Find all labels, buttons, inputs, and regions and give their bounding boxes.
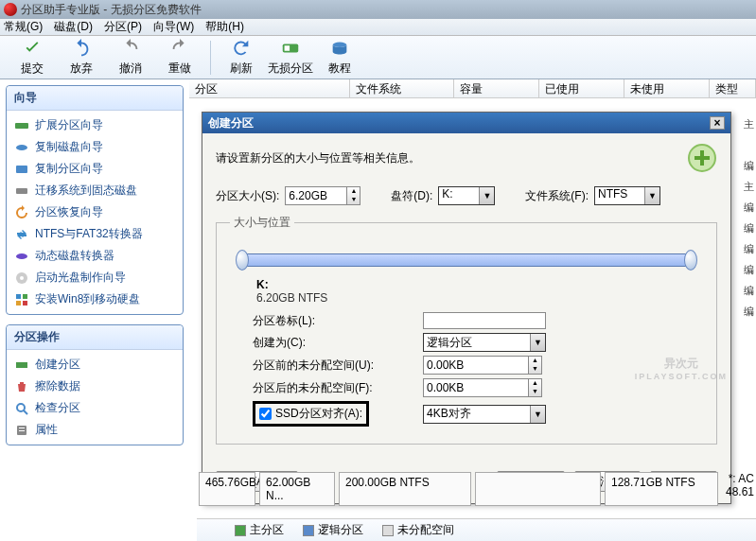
col-type[interactable]: 类型: [710, 79, 756, 97]
copy-part-icon: [14, 162, 29, 177]
disk-seg-ext2: 48.61: [722, 485, 754, 498]
cd-icon: [14, 270, 29, 286]
group-legend: 大小与位置: [230, 215, 294, 231]
tb-commit[interactable]: 提交: [8, 38, 57, 77]
dialog-titlebar[interactable]: 创建分区 ×: [202, 113, 730, 133]
col-free[interactable]: 未使用: [624, 79, 710, 97]
slider-handle-right[interactable]: [684, 250, 697, 270]
wizard-item-recover[interactable]: 分区恢复向导: [9, 201, 181, 223]
size-slider[interactable]: [241, 246, 692, 274]
partition-icon: [280, 38, 301, 59]
tb-redo[interactable]: 重做: [155, 38, 204, 77]
label-l: 分区卷标(L):: [253, 313, 423, 329]
wizard-item-boot[interactable]: 启动光盘制作向导: [9, 267, 181, 288]
menu-help[interactable]: 帮助(H): [205, 19, 244, 35]
op-wipe[interactable]: 擦除数据: [9, 375, 181, 397]
ssd-checkbox[interactable]: [259, 408, 272, 420]
chevron-down-icon: ▼: [644, 187, 659, 204]
wipe-icon: [14, 379, 29, 394]
legend-logical: 逻辑分区: [303, 522, 363, 538]
window-titlebar: 分区助手专业版 - 无损分区免费软件: [0, 0, 756, 19]
toolbar-sep: [210, 41, 211, 75]
wizard-panel-title: 向导: [7, 86, 183, 111]
redo-icon: [169, 38, 190, 59]
close-icon[interactable]: ×: [710, 116, 725, 130]
svg-rect-5: [16, 166, 27, 173]
disk-icon: [329, 38, 350, 59]
col-cap[interactable]: 容量: [454, 79, 539, 97]
slider-handle-left[interactable]: [236, 250, 249, 270]
svg-point-9: [20, 276, 24, 280]
size-spinner[interactable]: ▲▼: [285, 186, 360, 205]
menu-wizard[interactable]: 向导(W): [153, 19, 194, 35]
fs-select[interactable]: NTFS▼: [594, 186, 660, 205]
svg-rect-11: [23, 294, 27, 299]
menu-disk[interactable]: 磁盘(D): [54, 19, 93, 35]
wizard-item-dynamic[interactable]: 动态磁盘转换器: [9, 245, 181, 267]
legend: 主分区 逻辑分区 未分配空间: [197, 518, 756, 541]
before-l: 分区前的未分配空间(U):: [253, 358, 423, 374]
before-spinner[interactable]: ▲▼: [423, 356, 542, 375]
tb-undo[interactable]: 撤消: [106, 38, 155, 77]
menu-general[interactable]: 常规(G): [4, 19, 43, 35]
tb-tutorial[interactable]: 教程: [315, 38, 364, 77]
chevron-down-icon: ▼: [479, 187, 494, 204]
edge-type-labels: 主编主编编编编编编: [744, 113, 754, 322]
after-input[interactable]: [423, 378, 529, 397]
window-title: 分区助手专业版 - 无损分区免费软件: [21, 2, 202, 18]
partition-name: K:: [256, 278, 703, 291]
disk-seg-1[interactable]: 62.00GB N...: [259, 472, 335, 506]
op-prop[interactable]: 属性: [9, 419, 181, 441]
tb-discard[interactable]: 放弃: [57, 38, 106, 77]
label-input[interactable]: [423, 312, 546, 329]
spin-down-icon[interactable]: ▼: [529, 365, 541, 374]
svg-point-7: [16, 253, 27, 259]
op-create[interactable]: 创建分区: [9, 354, 181, 375]
spin-down-icon[interactable]: ▼: [347, 196, 360, 204]
tb-lossless[interactable]: 无损分区: [266, 38, 315, 77]
disk-seg-gap[interactable]: [475, 472, 601, 506]
menu-partition[interactable]: 分区(P): [104, 19, 142, 35]
disk-seg-2[interactable]: 200.00GB NTFS: [339, 472, 471, 506]
menubar: 常规(G) 磁盘(D) 分区(P) 向导(W) 帮助(H): [0, 19, 756, 36]
disk-seg-3[interactable]: 128.71GB NTFS: [605, 472, 718, 506]
col-fs[interactable]: 文件系统: [350, 79, 454, 97]
ssd-l: SSD分区对齐(A):: [275, 406, 362, 422]
ssd-select[interactable]: 4KB对齐▼: [423, 405, 546, 424]
wizard-item-copy-disk[interactable]: 复制磁盘向导: [9, 136, 181, 158]
plus-badge-icon: [687, 143, 717, 173]
tb-refresh[interactable]: 刷新: [217, 38, 266, 77]
wizard-item-extend[interactable]: 扩展分区向导: [9, 114, 181, 136]
spin-up-icon[interactable]: ▲: [529, 357, 541, 365]
svg-rect-1: [285, 45, 290, 51]
prop-icon: [14, 423, 29, 438]
win-icon: [14, 292, 29, 307]
size-input[interactable]: [285, 186, 347, 205]
legend-primary: 主分区: [235, 522, 284, 538]
spin-down-icon[interactable]: ▼: [529, 388, 541, 396]
dialog-title: 创建分区: [208, 115, 254, 131]
after-spinner[interactable]: ▲▼: [423, 378, 542, 397]
left-sidebar: 向导 扩展分区向导 复制磁盘向导 复制分区向导 迁移系统到固态磁盘 分区恢复向导…: [0, 79, 189, 541]
drive-select[interactable]: K:▼: [438, 186, 495, 205]
wizard-item-copy-part[interactable]: 复制分区向导: [9, 158, 181, 180]
create-as-select[interactable]: 逻辑分区▼: [423, 333, 546, 352]
wizard-item-convert[interactable]: NTFS与FAT32转换器: [9, 223, 181, 245]
spin-up-icon[interactable]: ▲: [529, 379, 541, 388]
wizard-panel: 向导 扩展分区向导 复制磁盘向导 复制分区向导 迁移系统到固态磁盘 分区恢复向导…: [6, 85, 184, 315]
spin-up-icon[interactable]: ▲: [347, 187, 360, 196]
op-check[interactable]: 检查分区: [9, 397, 181, 419]
chevron-down-icon: ▼: [530, 406, 545, 423]
wizard-item-win8[interactable]: 安装Win8到移动硬盘: [9, 288, 181, 310]
wizard-item-migrate[interactable]: 迁移系统到固态磁盘: [9, 180, 181, 201]
copy-disk-icon: [14, 140, 29, 155]
size-pos-group: 大小与位置 K: 6.20GB NTFS 分区卷标(L): 创建为(C):逻辑分…: [216, 215, 717, 445]
column-headers: 分区 文件系统 容量 已使用 未使用 类型: [189, 79, 756, 98]
col-used[interactable]: 已使用: [539, 79, 624, 97]
col-partition[interactable]: 分区: [189, 79, 350, 97]
before-input[interactable]: [423, 356, 529, 375]
disk-total[interactable]: 465.76GB: [199, 472, 255, 506]
svg-point-15: [17, 404, 25, 411]
after-l: 分区后的未分配空间(F):: [253, 380, 423, 396]
undo-icon: [120, 38, 141, 59]
